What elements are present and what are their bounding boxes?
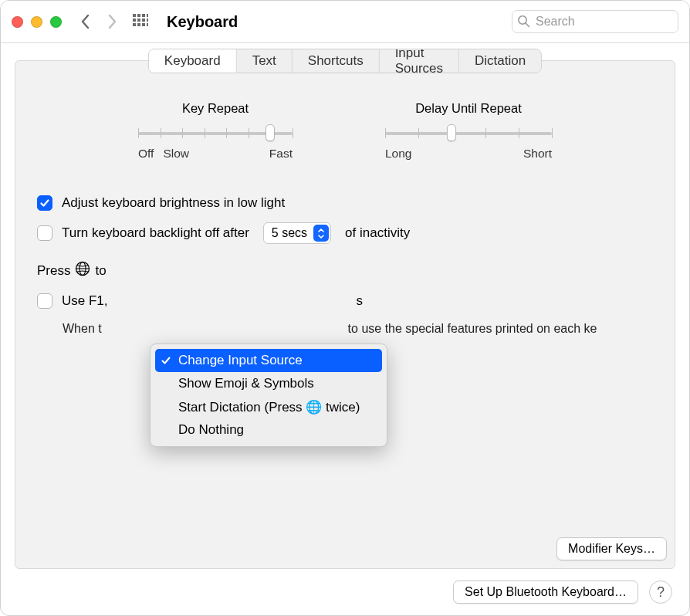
svg-rect-6: [142, 19, 145, 22]
dd-emoji-symbols[interactable]: Show Emoji & Symbols: [155, 372, 382, 395]
delay-knob[interactable]: [447, 124, 456, 141]
key-repeat-off-label: Off: [138, 147, 154, 161]
delay-slider[interactable]: [385, 124, 552, 142]
delay-short-label: Short: [523, 147, 552, 161]
dd-item-label: Start Dictation (Press 🌐 twice): [178, 399, 360, 415]
fn-note-after: to use the special features printed on e…: [348, 322, 597, 335]
dd-item-label: Show Emoji & Symbols: [178, 376, 314, 391]
delay-block: Delay Until Repeat Long Short: [385, 101, 552, 161]
help-button[interactable]: ?: [649, 580, 672, 604]
zoom-window-button[interactable]: [50, 16, 62, 28]
bluetooth-keyboard-button[interactable]: Set Up Bluetooth Keyboard…: [453, 580, 638, 604]
brightness-row: Adjust keyboard brightness in low light: [37, 195, 653, 212]
show-all-prefs-button[interactable]: [133, 14, 148, 29]
svg-rect-4: [133, 19, 136, 22]
key-repeat-fast-label: Fast: [269, 147, 293, 161]
svg-rect-1: [137, 14, 140, 17]
delay-label: Delay Until Repeat: [415, 101, 522, 116]
dd-item-label: Change Input Source: [178, 353, 303, 368]
svg-rect-0: [133, 14, 136, 17]
fn-note-before: When t: [63, 322, 102, 335]
svg-rect-5: [137, 19, 140, 22]
press-globe-prefix: Press: [37, 263, 70, 279]
dd-start-dictation[interactable]: Start Dictation (Press 🌐 twice): [155, 395, 382, 418]
window-controls: [12, 16, 62, 28]
tab-keyboard[interactable]: Keyboard: [149, 49, 237, 73]
fn-row-group: Use F1, s When t to use the special feat…: [37, 293, 653, 337]
backlight-duration-popup[interactable]: 5 secs: [263, 222, 331, 244]
check-icon: [160, 355, 172, 366]
dd-change-input-source[interactable]: Change Input Source: [155, 349, 382, 372]
titlebar: Keyboard: [1, 1, 689, 43]
globe-icon: [75, 261, 90, 280]
delay-long-label: Long: [385, 147, 411, 161]
content-area: Keyboard Text Shortcuts Input Sources Di…: [1, 43, 689, 569]
tab-dictation[interactable]: Dictation: [459, 49, 541, 73]
toolbar-nav: [80, 14, 148, 29]
window-title: Keyboard: [167, 13, 238, 31]
backlight-row: Turn keyboard backlight off after 5 secs…: [37, 222, 653, 244]
sliders-row: Key Repeat Off Slow Fast Delay Until Rep…: [15, 101, 675, 161]
tabs-bar: Keyboard Text Shortcuts Input Sources Di…: [148, 49, 542, 73]
dd-do-nothing[interactable]: Do Nothing: [155, 418, 382, 442]
key-repeat-label: Key Repeat: [182, 101, 249, 116]
brightness-label: Adjust keyboard brightness in low light: [62, 195, 285, 212]
press-globe-row: Press to: [37, 261, 653, 280]
fn-keys-label: Use F1,: [62, 293, 108, 310]
fn-keys-note: When t to use the special features print…: [63, 320, 634, 337]
search-field-wrap: [512, 10, 678, 33]
globe-action-dropdown[interactable]: Change Input Source Show Emoji & Symbols…: [150, 344, 387, 447]
key-repeat-knob[interactable]: [266, 124, 275, 141]
svg-rect-3: [147, 14, 148, 17]
key-repeat-slider[interactable]: [138, 124, 293, 142]
backlight-duration-value: 5 secs: [272, 226, 307, 240]
backlight-label-before: Turn keyboard backlight off after: [62, 225, 249, 242]
search-input[interactable]: [512, 10, 678, 33]
options-rows: Adjust keyboard brightness in low light …: [37, 195, 653, 244]
fn-keys-checkbox[interactable]: [37, 293, 52, 309]
back-button[interactable]: [80, 14, 91, 29]
svg-line-13: [526, 23, 529, 27]
tab-text[interactable]: Text: [237, 49, 293, 73]
svg-rect-8: [133, 23, 136, 26]
svg-rect-10: [142, 23, 145, 26]
dd-item-label: Do Nothing: [178, 422, 244, 438]
key-repeat-block: Key Repeat Off Slow Fast: [138, 101, 293, 161]
backlight-label-after: of inactivity: [345, 225, 410, 242]
preferences-panel: Keyboard Text Shortcuts Input Sources Di…: [15, 60, 675, 569]
search-icon: [517, 15, 530, 31]
svg-rect-2: [142, 14, 145, 17]
tab-input-sources[interactable]: Input Sources: [380, 49, 459, 73]
tab-shortcuts[interactable]: Shortcuts: [293, 49, 380, 73]
popup-stepper-icon: [313, 225, 329, 242]
close-window-button[interactable]: [12, 16, 23, 28]
brightness-checkbox[interactable]: [37, 195, 52, 211]
backlight-checkbox[interactable]: [37, 225, 52, 241]
key-repeat-slow-label: Slow: [163, 147, 189, 161]
svg-rect-11: [147, 23, 148, 26]
svg-rect-7: [147, 19, 148, 22]
press-globe-suffix: to: [95, 263, 106, 279]
forward-button[interactable]: [107, 14, 117, 29]
minimize-window-button[interactable]: [31, 16, 42, 28]
modifier-keys-button[interactable]: Modifier Keys…: [556, 537, 667, 560]
svg-rect-9: [137, 23, 140, 26]
fn-keys-trail: s: [357, 293, 364, 310]
window-footer: Set Up Bluetooth Keyboard… ?: [1, 569, 689, 615]
fn-keys-row: Use F1, s: [37, 293, 653, 310]
